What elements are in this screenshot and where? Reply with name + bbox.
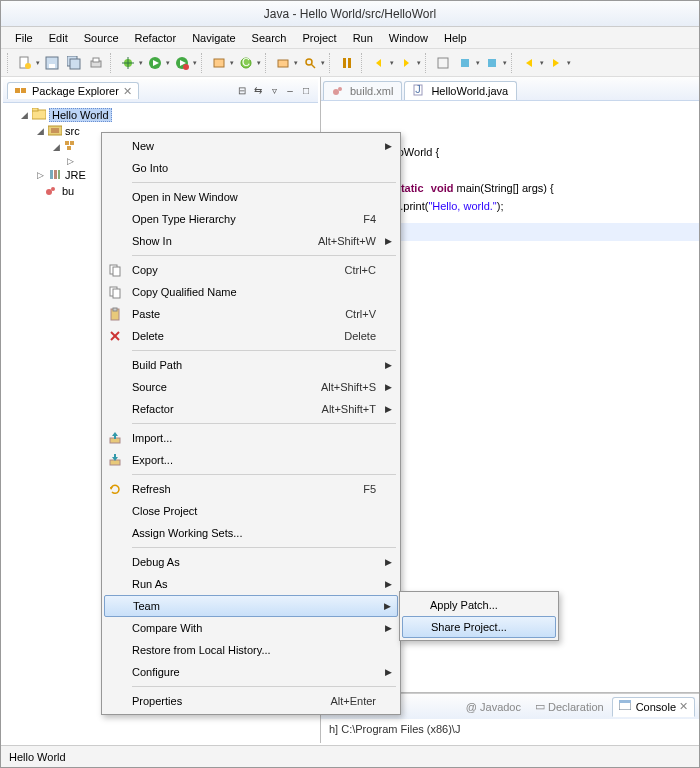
maximize-icon[interactable]: □ — [298, 83, 314, 99]
new-package-button[interactable]: ▾ — [209, 53, 234, 73]
declaration-icon: ▭ — [535, 700, 545, 713]
export-icon — [108, 453, 126, 467]
submenu-arrow-icon: ▶ — [385, 141, 392, 151]
nav-fwd-button[interactable]: ▾ — [396, 53, 421, 73]
last-edit-button[interactable]: ▾ — [519, 53, 544, 73]
menu-edit[interactable]: Edit — [41, 30, 76, 46]
menu-item-team[interactable]: Team▶ — [104, 595, 398, 617]
menu-item-properties[interactable]: PropertiesAlt+Enter — [104, 690, 398, 712]
nav-back-button[interactable]: ▾ — [369, 53, 394, 73]
menu-item-label: Apply Patch... — [430, 599, 498, 611]
menu-help[interactable]: Help — [436, 30, 475, 46]
menu-source[interactable]: Source — [76, 30, 127, 46]
menu-item-new[interactable]: New▶ — [104, 135, 398, 157]
ant-file-icon — [332, 84, 346, 98]
menu-accelerator: F4 — [363, 213, 376, 225]
editor-tab-buildxml[interactable]: build.xml — [323, 81, 402, 100]
next-ann-button[interactable]: ▾ — [455, 53, 480, 73]
back-hist-button[interactable]: ▾ — [546, 53, 571, 73]
menu-separator — [132, 547, 396, 548]
menu-navigate[interactable]: Navigate — [184, 30, 243, 46]
menu-run[interactable]: Run — [345, 30, 381, 46]
search-button[interactable]: ▾ — [300, 53, 325, 73]
javadoc-tab[interactable]: @Javadoc — [460, 699, 527, 715]
submenu-arrow-icon: ▶ — [385, 360, 392, 370]
menu-accelerator: Alt+Shift+W — [318, 235, 376, 247]
toolbar-separator — [7, 53, 11, 73]
svg-rect-42 — [58, 170, 60, 179]
twisty-icon[interactable]: ◢ — [19, 110, 29, 120]
menu-item-label: Import... — [132, 432, 172, 444]
save-all-button[interactable] — [64, 53, 84, 73]
menu-item-export[interactable]: Export... — [104, 449, 398, 471]
menu-item-label: Refactor — [132, 403, 174, 415]
menu-item-source[interactable]: SourceAlt+Shift+S▶ — [104, 376, 398, 398]
menu-item-restore-from-local-history[interactable]: Restore from Local History... — [104, 639, 398, 661]
menu-search[interactable]: Search — [244, 30, 295, 46]
menu-file[interactable]: File — [7, 30, 41, 46]
menubar: File Edit Source Refactor Navigate Searc… — [1, 27, 699, 49]
console-tab[interactable]: Console ✕ — [612, 697, 695, 717]
minimize-icon[interactable]: – — [282, 83, 298, 99]
collapse-all-icon[interactable]: ⊟ — [234, 83, 250, 99]
menu-item-refactor[interactable]: RefactorAlt+Shift+T▶ — [104, 398, 398, 420]
new-button[interactable]: ▾ — [15, 53, 40, 73]
menu-refactor[interactable]: Refactor — [127, 30, 185, 46]
menu-item-open-type-hierarchy[interactable]: Open Type HierarchyF4 — [104, 208, 398, 230]
declaration-tab[interactable]: ▭Declaration — [529, 698, 610, 715]
menu-item-label: Restore from Local History... — [132, 644, 271, 656]
menu-item-copy[interactable]: CopyCtrl+C — [104, 259, 398, 281]
close-icon[interactable]: ✕ — [679, 700, 688, 713]
view-menu-icon[interactable]: ▿ — [266, 83, 282, 99]
prev-ann-button[interactable]: ▾ — [482, 53, 507, 73]
menu-item-compare-with[interactable]: Compare With▶ — [104, 617, 398, 639]
svg-rect-34 — [32, 108, 38, 111]
twisty-icon[interactable]: ▷ — [35, 170, 45, 180]
pin-button[interactable] — [433, 53, 453, 73]
svg-point-45 — [333, 89, 339, 95]
save-button[interactable] — [42, 53, 62, 73]
tree-project-row[interactable]: ◢ Hello World — [7, 107, 314, 123]
menu-item-copy-qualified-name[interactable]: Copy Qualified Name — [104, 281, 398, 303]
menu-item-refresh[interactable]: RefreshF5 — [104, 478, 398, 500]
submenu-item-apply-patch[interactable]: Apply Patch... — [402, 594, 556, 616]
menu-item-build-path[interactable]: Build Path▶ — [104, 354, 398, 376]
toolbar-separator — [511, 53, 515, 73]
context-menu[interactable]: New▶Go IntoOpen in New WindowOpen Type H… — [101, 132, 401, 715]
package-explorer-tab[interactable]: Package Explorer ✕ — [7, 82, 139, 99]
svg-rect-19 — [278, 60, 288, 67]
print-button[interactable] — [86, 53, 106, 73]
menu-item-import[interactable]: Import... — [104, 427, 398, 449]
import-icon — [108, 431, 126, 445]
submenu-item-share-project[interactable]: Share Project... — [402, 616, 556, 638]
menu-item-delete[interactable]: DeleteDelete — [104, 325, 398, 347]
menu-item-assign-working-sets[interactable]: Assign Working Sets... — [104, 522, 398, 544]
toolbar-separator — [329, 53, 333, 73]
menu-item-configure[interactable]: Configure▶ — [104, 661, 398, 683]
twisty-icon[interactable]: ◢ — [51, 142, 61, 152]
menu-window[interactable]: Window — [381, 30, 436, 46]
new-class-button[interactable]: C▾ — [236, 53, 261, 73]
menu-item-close-project[interactable]: Close Project — [104, 500, 398, 522]
open-type-button[interactable]: ▾ — [273, 53, 298, 73]
ant-file-icon — [45, 184, 59, 198]
menu-item-open-in-new-window[interactable]: Open in New Window — [104, 186, 398, 208]
team-submenu[interactable]: Apply Patch...Share Project... — [399, 591, 559, 641]
menu-item-run-as[interactable]: Run As▶ — [104, 573, 398, 595]
run-last-button[interactable]: ▾ — [172, 53, 197, 73]
run-button[interactable]: ▾ — [145, 53, 170, 73]
menu-project[interactable]: Project — [294, 30, 344, 46]
menu-item-paste[interactable]: PasteCtrl+V — [104, 303, 398, 325]
link-editor-icon[interactable]: ⇆ — [250, 83, 266, 99]
submenu-arrow-icon: ▶ — [385, 667, 392, 677]
menu-item-debug-as[interactable]: Debug As▶ — [104, 551, 398, 573]
editor-tab-helloworld[interactable]: J HelloWorld.java — [404, 81, 517, 100]
twisty-icon[interactable]: ▷ — [65, 156, 75, 166]
debug-button[interactable]: ▾ — [118, 53, 143, 73]
close-icon[interactable]: ✕ — [123, 85, 132, 98]
twisty-icon[interactable]: ◢ — [35, 126, 45, 136]
copyq-icon — [108, 285, 126, 299]
menu-item-show-in[interactable]: Show InAlt+Shift+W▶ — [104, 230, 398, 252]
menu-item-go-into[interactable]: Go Into — [104, 157, 398, 179]
toggle-mark-button[interactable] — [337, 53, 357, 73]
